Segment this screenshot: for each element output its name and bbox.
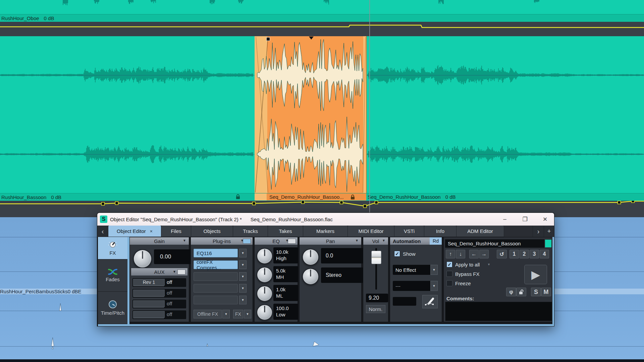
plugin-slot-2-dropdown[interactable]: ▼ [239, 260, 247, 269]
offline-fx-dropdown[interactable]: ▼ [222, 310, 230, 318]
add-tab-button[interactable]: + [544, 226, 554, 237]
aux-send-level-bar[interactable] [133, 317, 164, 318]
close-button[interactable]: ✕ [541, 216, 549, 223]
aux-send-3-button[interactable] [133, 300, 165, 307]
tab-vsti[interactable]: VSTi [394, 226, 424, 237]
aux-send-level-bar[interactable] [133, 296, 164, 297]
fx-dropdown[interactable]: ▼ [244, 310, 251, 318]
gain-knob[interactable] [133, 249, 152, 268]
apply-to-all-checkbox[interactable]: ✓ [446, 261, 452, 267]
phase-invert-button[interactable]: φ [506, 288, 516, 296]
pan-knob[interactable] [302, 249, 319, 265]
preview-play-button[interactable]: ▶ [524, 265, 547, 284]
tab-close-icon[interactable]: × [150, 229, 153, 234]
aux-send-state[interactable]: off [167, 290, 172, 296]
eq-high-knob[interactable] [257, 248, 273, 264]
object-name-field[interactable]: Seq_Demo_RushHour_Bassoon [445, 239, 544, 248]
plugin-slot-1[interactable]: EQ116 [194, 249, 238, 257]
tab-adm-editor[interactable]: ADM Editor [457, 226, 504, 237]
eq-ml-knob[interactable] [257, 286, 273, 302]
previous-object-button[interactable]: ← [469, 250, 479, 258]
tab-midi-editor[interactable]: MIDI Editor [348, 226, 394, 237]
comments-input[interactable] [445, 302, 552, 321]
track-oboe-waveform-area[interactable] [0, 0, 644, 14]
plugin-slot-3-dropdown[interactable]: ▼ [239, 272, 247, 281]
tab-files[interactable]: Files [161, 226, 191, 237]
sidebar-item-fades[interactable]: Fades [98, 259, 127, 292]
minimize-button[interactable]: – [500, 216, 509, 223]
undo-button[interactable]: ↺ [497, 250, 507, 258]
apply-to-all-dropdown[interactable]: ▼ [487, 263, 490, 266]
oboe-automation-lane[interactable] [0, 22, 644, 36]
chevron-down-icon[interactable]: ▼ [382, 239, 385, 242]
move-object-down-button[interactable]: ↓ [456, 250, 465, 258]
object-curve-handle[interactable] [309, 37, 314, 40]
move-object-up-button[interactable]: ↑ [446, 250, 455, 258]
aux-send-state[interactable]: off [167, 301, 172, 306]
automation-effect-select[interactable]: No Effect [393, 265, 432, 275]
aux-send-4-button[interactable] [133, 311, 165, 318]
fx-button[interactable]: FX [233, 310, 243, 318]
plugin-slot-5-dropdown[interactable]: ▼ [239, 296, 247, 304]
vol-header[interactable]: Vol ▼ [363, 237, 388, 245]
eq-low-knob[interactable] [257, 304, 273, 320]
object-fade-in-handle[interactable] [266, 37, 270, 41]
automation-node-handles[interactable] [102, 201, 635, 208]
tab-scroll-left-button[interactable]: ‹ [97, 226, 108, 237]
aux-send-state[interactable]: off [167, 311, 172, 317]
pan-header[interactable]: Pan ▼ [300, 237, 361, 245]
automation-header[interactable]: Automation [390, 237, 430, 245]
draw-automation-button[interactable] [422, 295, 438, 308]
eq-header[interactable]: EQ ▼ [255, 237, 298, 245]
automation-effect-dropdown[interactable]: ▼ [430, 265, 438, 275]
oboe-volume-automation-line[interactable] [0, 22, 644, 36]
plugins-header[interactable]: Plug-ins ▼ [191, 237, 253, 245]
eq-detach-button[interactable] [288, 239, 296, 244]
selected-audio-object[interactable] [255, 36, 367, 193]
preset-4-button[interactable]: 4 [540, 250, 549, 258]
aux-detach-button[interactable] [177, 269, 185, 275]
playback-cursor[interactable] [369, 0, 370, 213]
lock-icon[interactable] [235, 194, 241, 200]
aux-send-level-bar[interactable] [133, 285, 164, 286]
pan-mode-knob[interactable] [302, 268, 319, 285]
eq-mh-knob[interactable] [257, 267, 273, 283]
next-object-label[interactable]: Seq_Demo_RushHour_Bassoon 0 dB [368, 193, 456, 200]
plugin-slot-1-dropdown[interactable]: ▼ [239, 249, 247, 257]
normalize-button[interactable]: Norm. [366, 305, 385, 313]
gain-value-display[interactable]: 0.00 [154, 249, 192, 264]
tab-tracks[interactable]: Tracks [233, 226, 268, 237]
sidebar-item-fx[interactable]: FX [98, 237, 127, 259]
aux-send-2-button[interactable] [133, 290, 165, 296]
freeze-checkbox[interactable] [446, 280, 452, 286]
automation-parameter-dropdown[interactable]: ▼ [430, 281, 438, 291]
lock-icon[interactable] [350, 194, 356, 200]
object-lock-button[interactable] [516, 288, 526, 296]
sidebar-item-time-pitch[interactable]: Time/Pitch [98, 292, 127, 324]
object-editor-dialog[interactable]: S Object Editor "Seq_Demo_RushHour_Basso… [97, 213, 554, 326]
volume-fader-handle[interactable] [371, 251, 381, 264]
mute-button[interactable]: M [541, 288, 551, 296]
bypass-fx-checkbox[interactable] [446, 271, 452, 277]
automation-value-field[interactable] [393, 297, 416, 306]
pan-value-display[interactable]: 0.0 [321, 248, 363, 263]
tab-scroll-right-button[interactable]: › [533, 226, 544, 237]
aux-send-level-bar[interactable] [133, 307, 164, 308]
preset-3-button[interactable]: 3 [530, 250, 539, 258]
tab-markers[interactable]: Markers [303, 226, 347, 237]
pan-mode-display[interactable]: Stereo [321, 267, 363, 283]
chevron-down-icon[interactable]: ▼ [355, 239, 359, 242]
next-object-button[interactable]: → [479, 250, 489, 258]
tab-object-editor[interactable]: Object Editor × [108, 226, 161, 237]
gain-header[interactable]: Gain ▼ [130, 237, 189, 245]
preset-2-button[interactable]: 2 [520, 250, 529, 258]
dialog-titlebar[interactable]: S Object Editor "Seq_Demo_RushHour_Basso… [97, 213, 554, 226]
preset-1-button[interactable]: 1 [509, 250, 519, 258]
vol-value-display[interactable]: 9.20 [366, 294, 388, 302]
aux-send-state[interactable]: off [167, 279, 172, 285]
plugin-slot-5[interactable] [194, 296, 238, 304]
selected-object-label[interactable]: Seq_Demo_RushHour_Bassoo... [255, 193, 366, 200]
solo-button[interactable]: S [531, 288, 541, 296]
automation-read-mode-tab[interactable]: Rd [430, 237, 442, 245]
show-automation-checkbox[interactable]: ✓ [394, 251, 400, 257]
